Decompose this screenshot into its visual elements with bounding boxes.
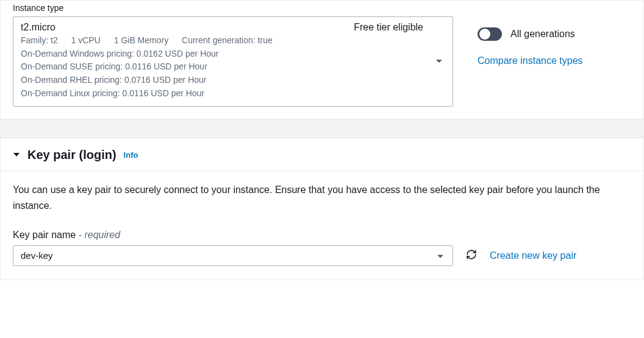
pricing-linux: On-Demand Linux pricing: 0.0116 USD per … [21,87,429,100]
instance-type-name: t2.micro [21,22,55,33]
keypair-required-label: - required [79,230,120,240]
refresh-keypairs-button[interactable] [464,248,479,263]
instance-memory: 1 GiB Memory [114,35,168,45]
instance-family: Family: t2 [21,35,58,45]
all-generations-toggle[interactable] [478,27,502,41]
pricing-windows: On-Demand Windows pricing: 0.0162 USD pe… [21,48,429,61]
keypair-name-label: Key pair name [13,230,76,240]
chevron-down-icon [435,59,443,64]
free-tier-badge: Free tier eligible [354,22,423,33]
keypair-selected-value: dev-key [21,250,53,261]
pricing-rhel: On-Demand RHEL pricing: 0.0716 USD per H… [21,74,429,87]
all-generations-label: All generations [510,29,575,40]
instance-vcpu: 1 vCPU [71,35,101,45]
compare-instance-types-link[interactable]: Compare instance types [478,55,583,66]
instance-current-gen: Current generation: true [182,35,273,45]
chevron-down-icon [437,250,444,261]
refresh-icon [466,249,477,262]
caret-down-icon [13,152,20,158]
instance-type-select[interactable]: t2.micro Free tier eligible Family: t2 1… [13,16,453,107]
create-keypair-link[interactable]: Create new key pair [490,250,576,261]
keypair-description: You can use a key pair to securely conne… [13,182,631,213]
keypair-section-title: Key pair (login) [27,148,116,162]
pricing-suse: On-Demand SUSE pricing: 0.0116 USD per H… [21,60,429,74]
instance-type-label: Instance type [13,3,453,13]
keypair-info-link[interactable]: Info [124,150,138,160]
keypair-section-header[interactable]: Key pair (login) Info [1,138,643,171]
keypair-select[interactable]: dev-key [13,245,453,266]
